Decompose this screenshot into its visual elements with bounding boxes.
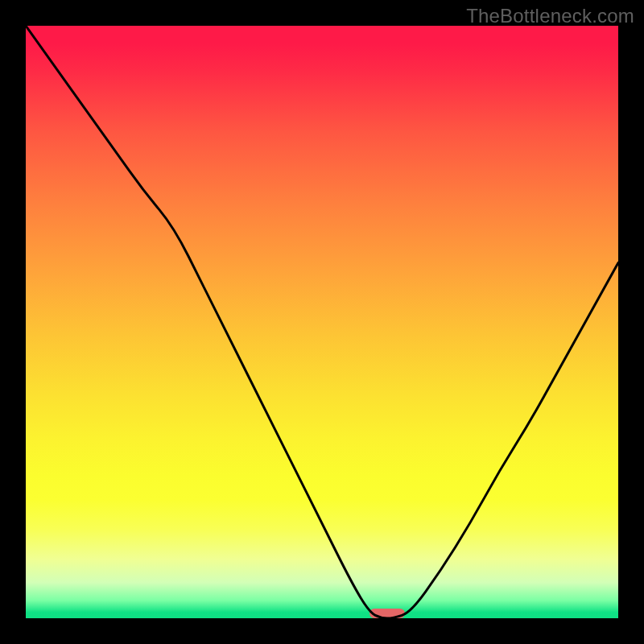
watermark-text: TheBottleneck.com [466, 5, 634, 27]
chart-frame: TheBottleneck.com [0, 0, 644, 644]
plot-area [26, 26, 618, 618]
bottleneck-curve [26, 26, 618, 618]
